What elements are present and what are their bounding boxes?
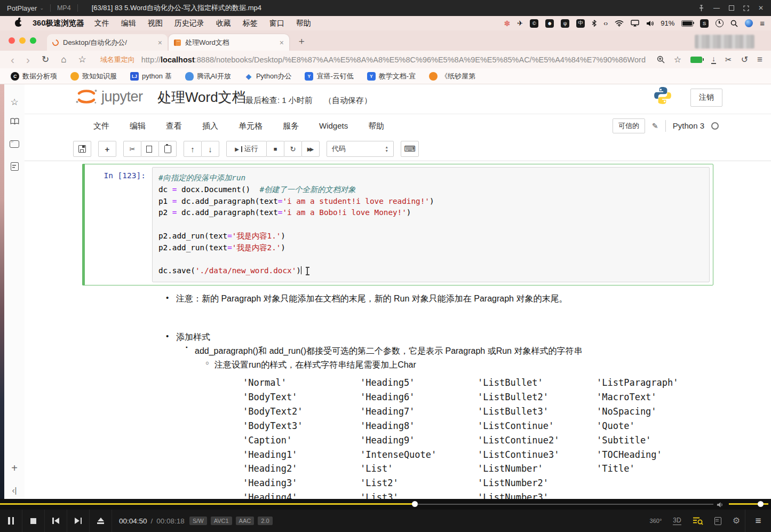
notebook-menu-item[interactable]: 帮助 xyxy=(358,114,394,137)
notebook-menu-item[interactable]: 插入 xyxy=(192,114,228,137)
close-icon[interactable]: ✕ xyxy=(758,5,764,11)
menubar-item[interactable]: 历史记录 xyxy=(169,19,210,28)
maximize-icon[interactable] xyxy=(729,5,734,11)
address-bar[interactable]: http://localhost:8888/notebooks/Desktop/… xyxy=(141,55,646,64)
smiley-app-icon[interactable]: ☻ xyxy=(545,19,554,28)
fullscreen-icon[interactable] xyxy=(743,5,749,11)
playlist-search-icon[interactable] xyxy=(693,517,703,525)
spotlight-icon[interactable] xyxy=(730,20,738,27)
volume-handle[interactable] xyxy=(758,501,764,507)
speaker-icon[interactable] xyxy=(717,501,724,510)
save-button[interactable] xyxy=(73,141,91,157)
favorites-star-icon[interactable]: ☆ xyxy=(4,97,25,108)
menubar-item[interactable]: 标签 xyxy=(237,19,264,28)
input-method-icon[interactable]: 中 xyxy=(576,19,585,28)
pinwheel-icon[interactable]: ✽ xyxy=(504,19,511,28)
domain-redirect-badge[interactable]: 域名重定向 xyxy=(100,55,135,65)
bookmark-item[interactable]: Y教学文档-宜 xyxy=(367,72,416,81)
browser-tab-notebook[interactable]: 处理Word文档 × xyxy=(169,34,289,51)
add-cell-button[interactable]: + xyxy=(98,141,116,157)
jupyter-logo[interactable]: jupyter xyxy=(75,87,143,106)
stop-button[interactable] xyxy=(22,510,45,532)
minimize-window-button[interactable] xyxy=(19,37,26,44)
log-notepad-icon[interactable] xyxy=(714,517,721,525)
notebook-menu-item[interactable]: 编辑 xyxy=(120,114,156,137)
s-app-icon[interactable]: S xyxy=(700,19,709,28)
adobe-cc-icon[interactable]: © xyxy=(530,19,538,28)
notes-icon[interactable] xyxy=(4,162,25,171)
bookmark-item[interactable]: ◆Python办公 xyxy=(244,72,291,81)
bookmark-item[interactable]: 《纸钞屋第 xyxy=(429,72,475,81)
copy-cell-button[interactable] xyxy=(141,141,159,157)
move-cell-down-button[interactable]: ↓ xyxy=(201,141,219,157)
zoom-icon[interactable] xyxy=(657,55,665,63)
menubar-item[interactable]: 收藏 xyxy=(210,19,237,28)
seek-progress[interactable] xyxy=(0,503,415,505)
pause-button[interactable] xyxy=(0,510,22,532)
forward-icon[interactable]: › xyxy=(26,54,30,65)
volume-icon[interactable] xyxy=(646,20,654,27)
potplayer-app-menu[interactable]: PotPlayer xyxy=(7,4,37,12)
bookmark-star-icon[interactable]: ☆ xyxy=(78,55,86,64)
bookmark-item[interactable]: 致知知识服 xyxy=(70,72,117,81)
view-3d-icon[interactable]: 3D xyxy=(673,517,681,525)
menubar-item[interactable]: 帮助 xyxy=(290,19,317,28)
seek-handle[interactable] xyxy=(412,501,418,507)
home-icon[interactable]: ⌂ xyxy=(61,55,66,64)
notebook-menu-item[interactable]: Widgets xyxy=(309,114,358,137)
clock-icon[interactable] xyxy=(716,19,724,27)
paste-cell-button[interactable] xyxy=(158,141,177,157)
tab-close-icon[interactable]: × xyxy=(158,38,162,47)
favorite-star-icon[interactable]: ☆ xyxy=(674,54,681,65)
browser-globe-icon[interactable] xyxy=(745,19,753,27)
bookmark-item[interactable]: C数据分析项 xyxy=(11,72,57,81)
code-cell[interactable]: In [123]: #向指定的段落中添加rundc = docx.Documen… xyxy=(82,164,713,285)
control-list-icon[interactable]: ≡ xyxy=(760,19,765,28)
menubar-item[interactable]: 视图 xyxy=(142,19,169,28)
code-editor[interactable]: #向指定的段落中添加rundc = docx.Document() #创建了一个… xyxy=(152,167,710,282)
bookmark-item[interactable]: LJpython 基 xyxy=(130,72,172,81)
kernel-name[interactable]: Python 3 xyxy=(673,121,704,130)
cut-cell-button[interactable]: ✂ xyxy=(123,141,141,157)
notebook-menu-item[interactable]: 文件 xyxy=(83,114,120,137)
tab-close-icon[interactable]: × xyxy=(280,38,284,47)
gear-icon[interactable]: ⚙ xyxy=(733,517,740,525)
restart-kernel-button[interactable]: ↻ xyxy=(284,141,302,157)
zoom-window-button[interactable] xyxy=(30,37,36,44)
browser-menu-icon[interactable]: ≡ xyxy=(757,54,762,65)
screenshot-scissors-icon[interactable]: ✂ xyxy=(725,55,732,65)
view-360-icon[interactable]: 360° xyxy=(650,518,662,524)
drone-app-icon[interactable]: ✈ xyxy=(517,19,523,27)
menubar-app-name[interactable]: 360极速浏览器 xyxy=(33,18,84,28)
command-palette-button[interactable]: ⌨ xyxy=(401,141,419,157)
notebook-title[interactable]: 处理Word文档 xyxy=(157,88,246,107)
menubar-item[interactable]: 编辑 xyxy=(115,19,142,28)
dev-brackets-icon[interactable]: ‹› xyxy=(603,20,608,27)
interrupt-kernel-button[interactable]: ■ xyxy=(266,141,284,157)
pin-icon[interactable] xyxy=(698,5,704,12)
previous-button[interactable] xyxy=(45,510,67,532)
menubar-item[interactable]: 窗口 xyxy=(264,19,290,28)
bookmark-item[interactable]: Y宜搭-云钉低 xyxy=(305,72,353,81)
move-cell-up-button[interactable]: ↑ xyxy=(184,141,202,157)
wifi-icon[interactable] xyxy=(615,20,624,27)
reload-icon[interactable]: ↻ xyxy=(42,55,49,64)
trusted-button[interactable]: 可信的 xyxy=(613,118,645,133)
screenshot-tool-icon[interactable] xyxy=(4,140,25,148)
collapse-panel-icon[interactable]: ‹| xyxy=(4,486,25,495)
notebook-menu-item[interactable]: 单元格 xyxy=(228,114,273,137)
add-panel-icon[interactable]: + xyxy=(4,462,25,474)
cell-type-select[interactable]: 代码▲▼ xyxy=(327,141,394,157)
notebook-menu-item[interactable]: 查看 xyxy=(156,114,192,137)
bluetooth-icon[interactable] xyxy=(592,20,597,27)
close-window-button[interactable] xyxy=(9,37,15,44)
player-menu-button[interactable]: ≡ xyxy=(745,510,771,532)
open-file-button[interactable] xyxy=(90,510,112,532)
new-tab-button[interactable]: ＋ xyxy=(297,36,306,46)
run-cell-button[interactable]: ▶运行 xyxy=(226,141,267,157)
logout-button[interactable]: 注销 xyxy=(690,89,722,107)
airplay-icon[interactable] xyxy=(631,20,639,27)
seek-track[interactable] xyxy=(418,504,713,505)
menubar-item[interactable]: 文件 xyxy=(89,19,115,28)
undo-icon[interactable]: ↺ xyxy=(741,54,748,65)
